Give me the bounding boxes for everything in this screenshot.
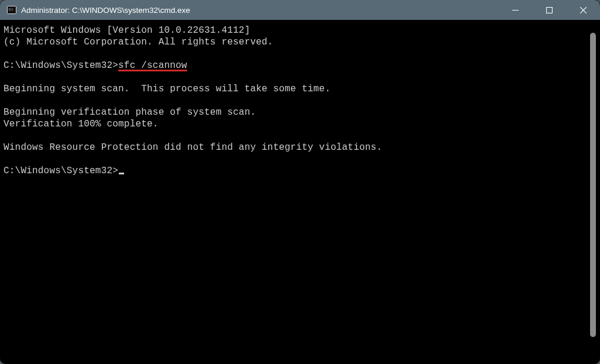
prompt-path: C:\Windows\System32> <box>4 60 118 71</box>
output-line: (c) Microsoft Corporation. All rights re… <box>4 37 273 47</box>
titlebar[interactable]: C:\ Administrator: C:\WINDOWS\system32\c… <box>0 0 600 20</box>
close-button[interactable] <box>566 0 600 20</box>
output-line: Beginning system scan. This process will… <box>4 84 331 94</box>
scroll-thumb[interactable] <box>590 33 596 337</box>
cmd-window: C:\ Administrator: C:\WINDOWS\system32\c… <box>0 0 600 364</box>
svg-text:C:\: C:\ <box>9 8 13 11</box>
output-line: Beginning verification phase of system s… <box>4 107 256 118</box>
maximize-button[interactable] <box>532 0 566 20</box>
cursor-icon <box>119 173 124 174</box>
output-line: Verification 100% complete. <box>4 119 159 129</box>
typed-command: sfc /scannow <box>118 60 187 71</box>
output-line: Microsoft Windows [Version 10.0.22631.41… <box>4 25 250 36</box>
svg-rect-2 <box>546 7 552 13</box>
minimize-button[interactable] <box>498 0 532 20</box>
window-title: Administrator: C:\WINDOWS\system32\cmd.e… <box>21 6 190 15</box>
scrollbar[interactable] <box>589 22 596 359</box>
prompt-path: C:\Windows\System32> <box>4 166 118 176</box>
cmd-icon: C:\ <box>7 5 16 15</box>
terminal-output[interactable]: Microsoft Windows [Version 10.0.22631.41… <box>2 20 588 362</box>
client-area: Microsoft Windows [Version 10.0.22631.41… <box>2 20 598 362</box>
output-line: Windows Resource Protection did not find… <box>4 142 382 153</box>
